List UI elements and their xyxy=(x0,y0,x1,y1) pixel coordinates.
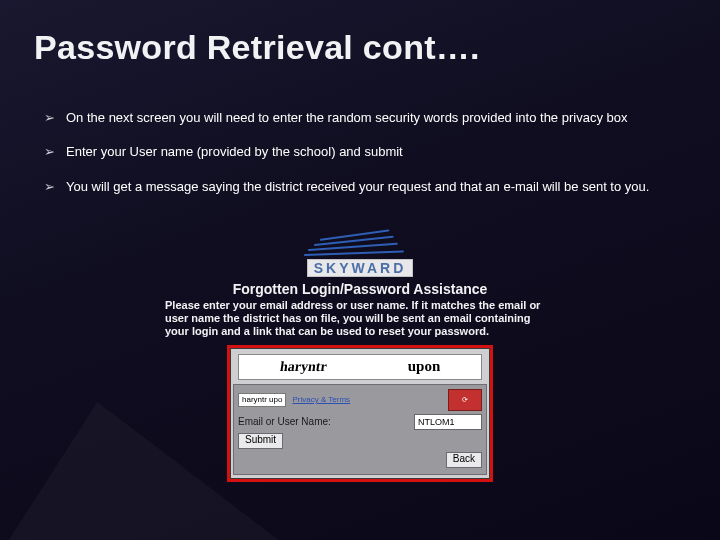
panel-subtitle: Forgotten Login/Password Assistance xyxy=(160,281,560,297)
list-item: ➢ Enter your User name (provided by the … xyxy=(44,144,654,160)
captcha-word-1: haryntr xyxy=(279,359,328,375)
email-field[interactable]: NTLOM1 xyxy=(414,414,482,430)
bullet-text: On the next screen you will need to ente… xyxy=(66,110,654,126)
bullet-list: ➢ On the next screen you will need to en… xyxy=(44,110,654,213)
chevron-right-icon: ➢ xyxy=(44,110,66,126)
bullet-text: Enter your User name (provided by the sc… xyxy=(66,144,654,160)
form-body: haryntr upo Privacy & Terms ⟳ Email or U… xyxy=(233,384,487,475)
submit-button[interactable]: Submit xyxy=(238,433,283,449)
captcha-image: haryntr upon xyxy=(238,354,482,380)
logo-text: SKYWARD xyxy=(307,259,414,277)
recaptcha-icon: ⟳ xyxy=(448,389,482,411)
privacy-input[interactable]: haryntr upo xyxy=(238,393,286,407)
privacy-terms-link[interactable]: Privacy & Terms xyxy=(290,395,352,404)
panel-instructions: Please enter your email address or user … xyxy=(165,299,555,339)
list-item: ➢ On the next screen you will need to en… xyxy=(44,110,654,126)
swoosh-icon xyxy=(300,235,420,259)
chevron-right-icon: ➢ xyxy=(44,144,66,160)
email-label: Email or User Name: xyxy=(238,416,331,427)
list-item: ➢ You will get a message saying the dist… xyxy=(44,179,654,195)
screenshot-panel: SKYWARD Forgotten Login/Password Assista… xyxy=(160,235,560,482)
captcha-word-2: upon xyxy=(408,358,441,375)
recovery-form: haryntr upon haryntr upo Privacy & Terms… xyxy=(227,345,493,482)
back-button[interactable]: Back xyxy=(446,452,482,468)
chevron-right-icon: ➢ xyxy=(44,179,66,195)
skyward-logo: SKYWARD xyxy=(160,235,560,277)
page-title: Password Retrieval cont…. xyxy=(34,28,480,67)
bullet-text: You will get a message saying the distri… xyxy=(66,179,654,195)
